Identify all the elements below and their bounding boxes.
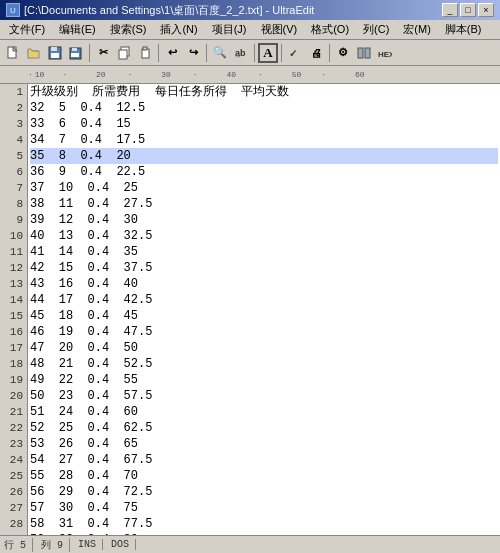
- open-button[interactable]: [24, 43, 44, 63]
- svg-rect-17: [365, 48, 370, 58]
- line-number: 17: [2, 340, 23, 356]
- editor-line[interactable]: 38 11 0.4 27.5: [30, 196, 498, 212]
- editor-line[interactable]: 52 25 0.4 62.5: [30, 420, 498, 436]
- editor-line[interactable]: 升级级别 所需费用 每日任务所得 平均天数: [30, 84, 498, 100]
- editor-line[interactable]: 35 8 0.4 20: [30, 148, 498, 164]
- svg-rect-16: [358, 48, 363, 58]
- editor-line[interactable]: 36 9 0.4 22.5: [30, 164, 498, 180]
- editor-line[interactable]: 33 6 0.4 15: [30, 116, 498, 132]
- line-number: 10: [2, 228, 23, 244]
- editor-line[interactable]: 54 27 0.4 67.5: [30, 452, 498, 468]
- font-button[interactable]: A: [258, 43, 278, 63]
- title-bar: U [C:\Documents and Settings\1\桌面\百度_2_2…: [0, 0, 500, 20]
- menu-edit[interactable]: 编辑(E): [54, 21, 101, 38]
- line-number: 1: [2, 84, 23, 100]
- editor-line[interactable]: 46 19 0.4 47.5: [30, 324, 498, 340]
- toolbar-separator-6: [329, 44, 330, 62]
- editor-line[interactable]: 42 15 0.4 37.5: [30, 260, 498, 276]
- column-mode-button[interactable]: [354, 43, 374, 63]
- status-col: 列 9: [41, 538, 70, 552]
- line-number: 3: [2, 116, 23, 132]
- ruler-bar: · 10 · 20 · 30 · 40 · 50 · 60: [0, 66, 500, 84]
- menu-project[interactable]: 项目(J): [207, 21, 252, 38]
- editor-line[interactable]: 56 29 0.4 72.5: [30, 484, 498, 500]
- ruler-ticks: · 10 · 20 · 30 · 40 · 50 · 60: [28, 71, 365, 79]
- editor-line[interactable]: 45 18 0.4 45: [30, 308, 498, 324]
- menu-format[interactable]: 格式(O): [306, 21, 354, 38]
- editor-content[interactable]: 升级级别 所需费用 每日任务所得 平均天数32 5 0.4 12.533 6 0…: [28, 84, 500, 535]
- status-bar: 行 5 列 9 INS DOS: [0, 535, 500, 553]
- undo-button[interactable]: ↩: [162, 43, 182, 63]
- line-number: 13: [2, 276, 23, 292]
- app-icon: U: [6, 3, 20, 17]
- editor-line[interactable]: 44 17 0.4 42.5: [30, 292, 498, 308]
- replace-button[interactable]: ab↔: [231, 43, 251, 63]
- editor-line[interactable]: 50 23 0.4 57.5: [30, 388, 498, 404]
- maximize-button[interactable]: □: [460, 3, 476, 17]
- svg-text:HEX: HEX: [378, 50, 392, 59]
- editor-line[interactable]: 39 12 0.4 30: [30, 212, 498, 228]
- editor-line[interactable]: 55 28 0.4 70: [30, 468, 498, 484]
- toolbar-separator-4: [254, 44, 255, 62]
- toolbar: ✂ ↩ ↪ 🔍 ab↔ A ✓ 🖨 ⚙ HEX: [0, 40, 500, 66]
- hex-mode-button[interactable]: HEX: [375, 43, 395, 63]
- line-number: 20: [2, 388, 23, 404]
- toolbar-separator-2: [158, 44, 159, 62]
- menu-macro[interactable]: 宏(M): [398, 21, 436, 38]
- redo-button[interactable]: ↪: [183, 43, 203, 63]
- menu-file[interactable]: 文件(F): [4, 21, 50, 38]
- status-insert: INS: [78, 539, 103, 550]
- editor-line[interactable]: 47 20 0.4 50: [30, 340, 498, 356]
- editor-line[interactable]: 40 13 0.4 32.5: [30, 228, 498, 244]
- menu-column[interactable]: 列(C): [358, 21, 394, 38]
- line-number: 16: [2, 324, 23, 340]
- copy-button[interactable]: [114, 43, 134, 63]
- editor-line[interactable]: 32 5 0.4 12.5: [30, 100, 498, 116]
- svg-rect-4: [51, 47, 57, 51]
- save-all-button[interactable]: [66, 43, 86, 63]
- minimize-button[interactable]: _: [442, 3, 458, 17]
- editor-line[interactable]: 57 30 0.4 75: [30, 500, 498, 516]
- editor-line[interactable]: 37 10 0.4 25: [30, 180, 498, 196]
- editor-area[interactable]: 1234567891011121314151617181920212223242…: [0, 84, 500, 535]
- close-button[interactable]: ×: [478, 3, 494, 17]
- cut-button[interactable]: ✂: [93, 43, 113, 63]
- line-number: 26: [2, 484, 23, 500]
- editor-line[interactable]: 41 14 0.4 35: [30, 244, 498, 260]
- print-button[interactable]: 🖨: [306, 43, 326, 63]
- menu-insert[interactable]: 插入(N): [155, 21, 202, 38]
- paste-button[interactable]: [135, 43, 155, 63]
- toolbar-separator-3: [206, 44, 207, 62]
- toolbar-separator-1: [89, 44, 90, 62]
- editor-line[interactable]: 53 26 0.4 65: [30, 436, 498, 452]
- toolbar-separator-5: [281, 44, 282, 62]
- line-number: 29: [2, 532, 23, 535]
- editor-line[interactable]: 48 21 0.4 52.5: [30, 356, 498, 372]
- spell-button[interactable]: ✓: [285, 43, 305, 63]
- svg-text:↔: ↔: [235, 53, 242, 60]
- menu-view[interactable]: 视图(V): [256, 21, 303, 38]
- find-button[interactable]: 🔍: [210, 43, 230, 63]
- line-number: 27: [2, 500, 23, 516]
- svg-rect-12: [143, 47, 147, 50]
- line-number: 4: [2, 132, 23, 148]
- menu-script[interactable]: 脚本(B): [440, 21, 487, 38]
- line-number: 23: [2, 436, 23, 452]
- editor-line[interactable]: 43 16 0.4 40: [30, 276, 498, 292]
- save-button[interactable]: [45, 43, 65, 63]
- editor-line[interactable]: 49 22 0.4 55: [30, 372, 498, 388]
- editor-line[interactable]: 58 31 0.4 77.5: [30, 516, 498, 532]
- line-number: 15: [2, 308, 23, 324]
- editor-line[interactable]: 34 7 0.4 17.5: [30, 132, 498, 148]
- tools-button[interactable]: ⚙: [333, 43, 353, 63]
- svg-rect-7: [72, 48, 77, 51]
- window-title: [C:\Documents and Settings\1\桌面\百度_2_2.t…: [24, 3, 314, 18]
- line-number: 6: [2, 164, 23, 180]
- menu-search[interactable]: 搜索(S): [105, 21, 152, 38]
- editor-line[interactable]: 59 32 0.4 80: [30, 532, 498, 535]
- line-number: 8: [2, 196, 23, 212]
- line-number: 25: [2, 468, 23, 484]
- window-controls[interactable]: _ □ ×: [442, 3, 494, 17]
- new-button[interactable]: [3, 43, 23, 63]
- editor-line[interactable]: 51 24 0.4 60: [30, 404, 498, 420]
